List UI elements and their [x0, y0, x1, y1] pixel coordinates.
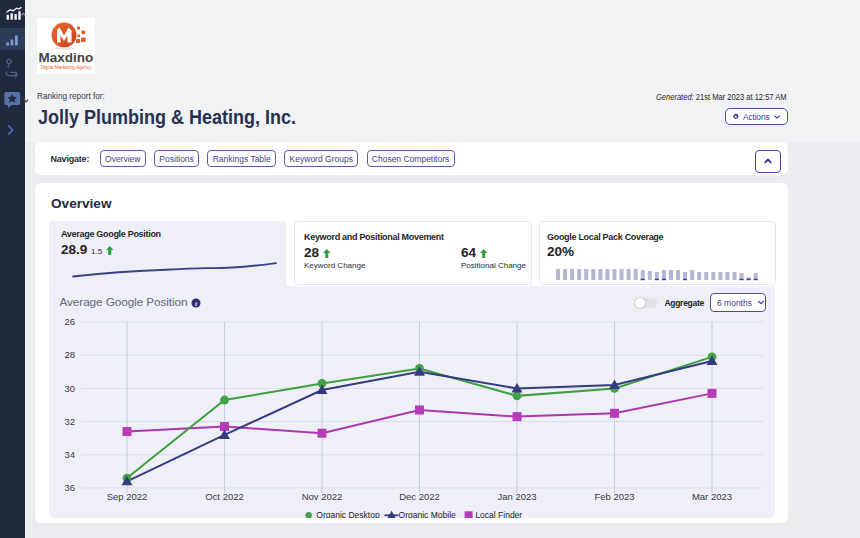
svg-text:Sep 2022: Sep 2022 — [107, 491, 148, 502]
svg-text:30: 30 — [64, 383, 75, 394]
svg-text:Dec 2022: Dec 2022 — [399, 491, 440, 502]
svg-text:Digital Marketing Agency: Digital Marketing Agency — [41, 65, 92, 70]
svg-text:28: 28 — [64, 349, 75, 360]
svg-text:Jan 2023: Jan 2023 — [497, 491, 536, 502]
svg-text:36: 36 — [64, 482, 75, 493]
svg-text:Feb 2023: Feb 2023 — [594, 491, 634, 502]
svg-text:Nov 2022: Nov 2022 — [302, 491, 343, 502]
svg-text:Local Finder: Local Finder — [475, 510, 522, 518]
svg-text:Mar 2023: Mar 2023 — [692, 491, 732, 502]
svg-text:Organic Mobile: Organic Mobile — [399, 510, 456, 518]
svg-text:Organic Desktop: Organic Desktop — [316, 510, 380, 518]
svg-text:32: 32 — [64, 416, 75, 427]
svg-text:Maxdino: Maxdino — [39, 50, 94, 65]
svg-text:34: 34 — [64, 449, 75, 460]
svg-text:Oct 2022: Oct 2022 — [205, 491, 244, 502]
svg-text:26: 26 — [64, 316, 75, 327]
